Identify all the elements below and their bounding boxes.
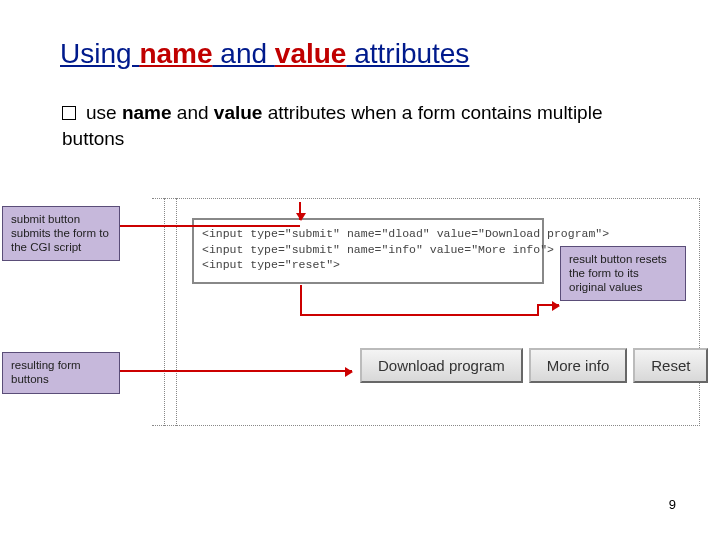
example-button-row: Download program More info Reset (360, 348, 708, 383)
bullet-part-1: use (86, 102, 122, 123)
code-sample: <input type="submit" name="dload" value=… (192, 218, 544, 284)
download-program-button[interactable]: Download program (360, 348, 523, 383)
title-keyword-value: value (275, 38, 347, 69)
arrow-right-icon (537, 304, 559, 306)
title-keyword-name: name (139, 38, 212, 69)
arrow-connector (120, 225, 300, 227)
bullet-text: use name and value attributes when a for… (62, 100, 660, 151)
title-part-2: and (213, 38, 275, 69)
callout-submit-description: submit button submits the form to the CG… (2, 206, 120, 261)
page-number: 9 (669, 497, 676, 512)
more-info-button[interactable]: More info (529, 348, 628, 383)
diagram: submit button submits the form to the CG… (0, 190, 720, 460)
callout-reset-description: result button resets the form to its ori… (560, 246, 686, 301)
title-part-3: attributes (346, 38, 469, 69)
diagram-rule (176, 198, 177, 426)
callout-resulting-buttons: resulting form buttons (2, 352, 120, 394)
code-line-2: <input type="submit" name="info" value="… (202, 243, 554, 256)
bullet-keyword-name: name (122, 102, 172, 123)
arrow-connector (300, 285, 302, 315)
code-line-3: <input type="reset"> (202, 258, 340, 271)
square-bullet-icon (62, 106, 76, 120)
arrow-connector (300, 314, 538, 316)
diagram-rule (164, 198, 165, 426)
bullet-part-2: and (172, 102, 214, 123)
title-part-1: Using (60, 38, 139, 69)
bullet-keyword-value: value (214, 102, 263, 123)
page-title: Using name and value attributes (60, 38, 469, 70)
arrow-down-icon (299, 202, 301, 220)
code-line-1: <input type="submit" name="dload" value=… (202, 227, 609, 240)
reset-button[interactable]: Reset (633, 348, 708, 383)
arrow-right-icon (120, 370, 352, 372)
